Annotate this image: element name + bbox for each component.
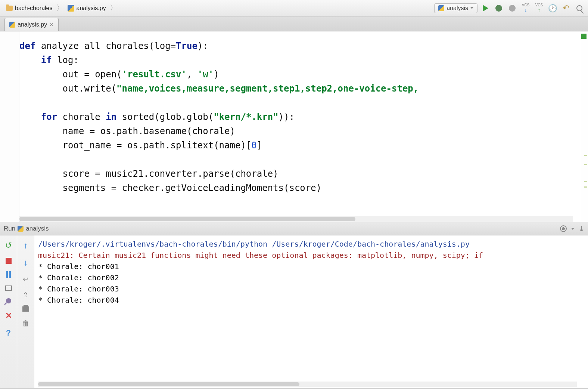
vcs-label: VCS — [522, 3, 530, 7]
chevron-down-icon[interactable] — [571, 228, 574, 230]
pause-button[interactable] — [6, 271, 11, 278]
search-icon — [576, 5, 582, 11]
run-panel: ↻ ✕ ? ↑ ↓ ↩ ⇪ 🗑 /Users/kroger/.virtualen… — [0, 235, 588, 389]
print-button[interactable] — [22, 306, 29, 312]
python-icon — [438, 5, 444, 11]
editor-tab[interactable]: analysis.py ✕ — [4, 18, 59, 31]
soft-wrap-button[interactable]: ↩ — [23, 275, 28, 283]
console-command-line: /Users/kroger/.virtualenvs/bach-chorales… — [38, 238, 584, 250]
close-tab-button[interactable]: ✕ — [49, 22, 54, 28]
console-horizontal-scrollbar[interactable] — [38, 382, 577, 387]
download-icon[interactable]: ⤓ — [579, 225, 584, 233]
editor-gutter[interactable] — [0, 31, 19, 222]
gear-icon[interactable] — [560, 225, 567, 232]
breadcrumb-file-label: analysis.py — [77, 5, 106, 12]
arrow-down-icon: ↓ — [525, 7, 527, 13]
layout-button[interactable] — [5, 285, 12, 291]
editor-horizontal-scrollbar[interactable] — [19, 216, 573, 222]
clock-icon: 🕑 — [548, 4, 557, 13]
console-line: * Chorale: chor001 — [38, 261, 584, 272]
code-content[interactable]: def analyze_all_chorales(log=True): if l… — [19, 31, 580, 222]
chevron-right-icon: 〉 — [56, 3, 64, 13]
coverage-icon — [509, 5, 516, 12]
history-button[interactable]: 🕑 — [547, 3, 558, 14]
debug-button[interactable] — [493, 3, 504, 14]
vcs-update-button[interactable]: VCS ↓ — [520, 3, 531, 14]
console-line: * Chorale: chor004 — [38, 294, 584, 306]
python-icon — [18, 226, 24, 232]
toolbar-right: analysis VCS ↓ VCS ↑ 🕑 ↶ — [434, 3, 585, 14]
editor-marker-strip[interactable] — [580, 31, 588, 222]
run-toolbar-primary: ↻ ✕ ? — [0, 235, 17, 388]
down-stack-button[interactable]: ↓ — [24, 258, 28, 268]
breadcrumb-file[interactable]: analysis.py — [65, 4, 109, 13]
breadcrumb-project-label: bach-chorales — [15, 5, 53, 12]
vcs-commit-button[interactable]: VCS ↑ — [533, 3, 545, 14]
console-line: * Chorale: chor002 — [38, 272, 584, 283]
console-line: * Chorale: chor003 — [38, 283, 584, 294]
close-button[interactable]: ✕ — [5, 311, 12, 321]
code-editor[interactable]: def analyze_all_chorales(log=True): if l… — [0, 31, 588, 222]
play-icon — [483, 5, 488, 12]
console-warning-line: music21: Certain music21 functions might… — [38, 250, 584, 261]
chevron-down-icon — [470, 7, 473, 9]
editor-tab-filename: analysis.py — [18, 21, 47, 28]
scrollbar-thumb[interactable] — [38, 382, 299, 386]
folder-icon — [6, 6, 13, 11]
python-file-icon — [9, 22, 15, 28]
breadcrumb-project[interactable]: bach-chorales — [3, 4, 56, 13]
console-output[interactable]: /Users/kroger/.virtualenvs/bach-chorales… — [34, 235, 588, 388]
chevron-right-icon: 〉 — [110, 3, 117, 13]
analysis-status-icon — [581, 34, 587, 39]
run-panel-config-name: analysis — [26, 225, 49, 232]
editor-tab-bar: analysis.py ✕ — [0, 16, 588, 31]
run-config-label: analysis — [447, 5, 468, 12]
scrollbar-thumb[interactable] — [19, 217, 355, 221]
search-everywhere-button[interactable] — [574, 3, 585, 14]
up-stack-button[interactable]: ↑ — [24, 241, 28, 250]
clear-all-button[interactable]: 🗑 — [22, 319, 29, 328]
rerun-button[interactable]: ↻ — [5, 241, 12, 250]
arrow-up-icon: ↑ — [538, 7, 541, 13]
breadcrumb: bach-chorales 〉 analysis.py 〉 — [3, 3, 434, 13]
run-configuration-selector[interactable]: analysis — [434, 3, 477, 13]
python-file-icon — [68, 5, 74, 12]
vcs-label: VCS — [535, 3, 543, 7]
undo-icon: ↶ — [563, 3, 569, 13]
run-toolbar-secondary: ↑ ↓ ↩ ⇪ 🗑 — [17, 235, 34, 388]
run-with-coverage-button[interactable] — [507, 3, 518, 14]
bug-icon — [495, 5, 502, 12]
run-panel-title: Run — [4, 225, 15, 232]
help-button[interactable]: ? — [6, 328, 11, 338]
pin-button[interactable] — [5, 297, 12, 305]
stop-button[interactable] — [6, 258, 12, 264]
top-toolbar: bach-chorales 〉 analysis.py 〉 analysis V… — [0, 0, 588, 16]
run-panel-header[interactable]: Run analysis ⤓ — [0, 222, 588, 235]
export-button[interactable]: ⇪ — [23, 291, 28, 299]
run-button[interactable] — [480, 3, 491, 14]
undo-button[interactable]: ↶ — [560, 3, 572, 14]
